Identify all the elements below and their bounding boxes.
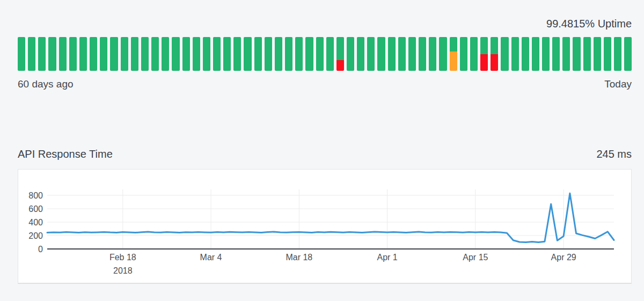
uptime-bar[interactable] — [532, 37, 539, 71]
uptime-bar[interactable] — [542, 37, 550, 71]
response-time-title: API Response Time — [18, 146, 113, 161]
uptime-bar[interactable] — [470, 37, 478, 71]
uptime-bar[interactable] — [511, 37, 519, 71]
uptime-bar[interactable] — [28, 37, 35, 71]
uptime-bar[interactable] — [110, 37, 118, 71]
uptime-bar[interactable] — [398, 37, 406, 71]
uptime-bar[interactable] — [326, 37, 334, 71]
uptime-bar[interactable] — [285, 37, 292, 71]
uptime-bar[interactable] — [347, 37, 354, 71]
uptime-range-row: 60 days ago Today — [18, 77, 632, 91]
uptime-bar[interactable] — [388, 37, 396, 71]
uptime-bar[interactable] — [141, 37, 149, 71]
svg-text:400: 400 — [28, 218, 43, 227]
response-time-chart-card[interactable]: 0200400600800Feb 182018Mar 4Mar 18Apr 1A… — [18, 169, 632, 283]
uptime-bar[interactable] — [450, 37, 457, 71]
uptime-bar[interactable] — [162, 37, 169, 71]
uptime-bar[interactable] — [213, 37, 221, 71]
uptime-bar[interactable] — [265, 37, 272, 71]
uptime-bar[interactable] — [59, 37, 67, 71]
uptime-bar[interactable] — [48, 37, 56, 71]
uptime-bar[interactable] — [377, 37, 385, 71]
uptime-bar[interactable] — [491, 37, 498, 71]
uptime-bar[interactable] — [121, 37, 128, 71]
uptime-bar[interactable] — [151, 37, 159, 71]
uptime-summary: 99.4815% Uptime — [18, 16, 632, 31]
uptime-bar[interactable] — [305, 37, 313, 71]
uptime-bar[interactable] — [583, 37, 591, 71]
svg-text:800: 800 — [28, 191, 43, 200]
uptime-bar[interactable] — [439, 37, 447, 71]
uptime-bar[interactable] — [316, 37, 324, 71]
uptime-bar[interactable] — [233, 37, 241, 71]
uptime-bar[interactable] — [79, 37, 87, 71]
uptime-bar[interactable] — [573, 37, 580, 71]
response-time-chart[interactable]: 0200400600800Feb 182018Mar 4Mar 18Apr 1A… — [18, 170, 631, 283]
uptime-bar[interactable] — [614, 37, 621, 71]
uptime-bar[interactable] — [295, 37, 303, 71]
uptime-bar[interactable] — [552, 37, 560, 71]
svg-text:Mar 18: Mar 18 — [286, 253, 312, 262]
uptime-bar[interactable] — [172, 37, 179, 71]
uptime-bar[interactable] — [275, 37, 282, 71]
uptime-bar[interactable] — [357, 37, 364, 71]
svg-text:200: 200 — [28, 231, 43, 240]
uptime-bar[interactable] — [90, 37, 97, 71]
svg-text:Feb 18: Feb 18 — [109, 253, 136, 262]
uptime-bar[interactable] — [367, 37, 375, 71]
uptime-bar[interactable] — [419, 37, 426, 71]
uptime-bar[interactable] — [624, 37, 632, 71]
uptime-bar[interactable] — [336, 37, 344, 71]
uptime-bar[interactable] — [562, 37, 570, 71]
response-time-current-value: 245 ms — [596, 146, 632, 161]
uptime-bar[interactable] — [182, 37, 190, 71]
uptime-bar[interactable] — [604, 37, 611, 71]
uptime-bar[interactable] — [244, 37, 251, 71]
svg-text:Apr 29: Apr 29 — [551, 253, 576, 262]
uptime-bar[interactable] — [522, 37, 529, 71]
uptime-bar[interactable] — [18, 37, 25, 71]
uptime-bar[interactable] — [203, 37, 210, 71]
uptime-range-start-label: 60 days ago — [18, 77, 74, 91]
uptime-bar[interactable] — [254, 37, 262, 71]
svg-text:0: 0 — [38, 245, 43, 254]
status-page: 99.4815% Uptime 60 days ago Today API Re… — [0, 0, 644, 283]
svg-text:600: 600 — [28, 204, 43, 214]
uptime-bar[interactable] — [460, 37, 467, 71]
uptime-bar[interactable] — [501, 37, 508, 71]
uptime-bar[interactable] — [131, 37, 138, 71]
uptime-bar[interactable] — [480, 37, 488, 71]
svg-text:2018: 2018 — [113, 266, 133, 275]
uptime-bars — [18, 37, 632, 71]
uptime-bar[interactable] — [69, 37, 77, 71]
uptime-range-end-label: Today — [604, 77, 632, 91]
uptime-bar[interactable] — [429, 37, 436, 71]
uptime-bar[interactable] — [38, 37, 46, 71]
uptime-bar[interactable] — [223, 37, 231, 71]
svg-text:Apr 1: Apr 1 — [377, 253, 397, 262]
uptime-bar[interactable] — [100, 37, 107, 71]
uptime-bar[interactable] — [594, 37, 601, 71]
response-time-header: API Response Time 245 ms — [18, 146, 632, 161]
svg-text:Apr 15: Apr 15 — [463, 253, 488, 262]
uptime-bar[interactable] — [408, 37, 416, 71]
uptime-bar[interactable] — [193, 37, 200, 71]
svg-text:Mar 4: Mar 4 — [200, 253, 222, 262]
